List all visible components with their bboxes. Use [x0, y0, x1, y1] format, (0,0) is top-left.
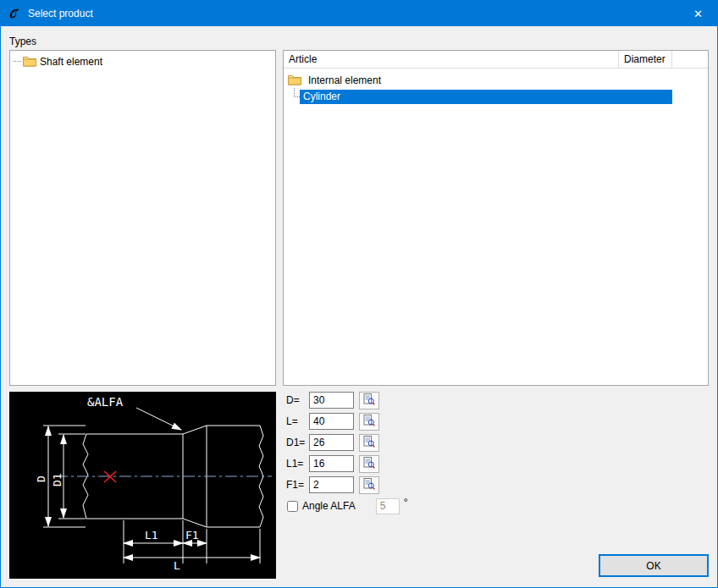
column-header-diameter[interactable]: Diameter — [618, 51, 672, 68]
tree-connector — [294, 88, 300, 97]
types-tree-panel: Shaft element — [9, 50, 276, 386]
field-label-l1: L1= — [286, 458, 309, 470]
table-lookup-icon — [363, 457, 375, 471]
window-title: Select product — [28, 8, 93, 19]
titlebar[interactable]: Select product ✕ — [1, 1, 717, 26]
list-item-label: Internal element — [308, 74, 381, 86]
pick-button-l1[interactable] — [359, 455, 379, 473]
field-input-d[interactable] — [309, 392, 354, 409]
list-item-internal-element[interactable]: Internal element — [284, 73, 708, 87]
field-input-f1[interactable] — [309, 476, 354, 493]
list-item-cylinder[interactable]: Cylinder — [284, 88, 708, 104]
table-lookup-icon — [363, 415, 375, 429]
folder-icon — [23, 56, 36, 67]
field-label-f1: F1= — [286, 479, 309, 491]
field-input-l[interactable] — [309, 413, 354, 430]
angle-alfa-row: Angle ALFA ° — [286, 497, 489, 514]
preview-label-l1: L1 — [145, 529, 158, 541]
app-icon — [8, 7, 21, 20]
field-row-d1: D1= — [286, 434, 489, 451]
preview-image: &ALFA D D1 L1 F1 L — [9, 392, 276, 579]
selected-list-item[interactable]: Cylinder — [300, 90, 672, 104]
field-input-d1[interactable] — [309, 434, 354, 451]
column-header-article[interactable]: Article — [284, 51, 618, 68]
angle-value-input — [376, 498, 400, 514]
pick-button-l[interactable] — [359, 413, 379, 431]
table-lookup-icon — [363, 436, 375, 450]
article-list-panel: Article Diameter Internal element Cylind… — [283, 50, 709, 386]
tree-connector — [14, 61, 21, 62]
table-lookup-icon — [363, 478, 375, 492]
field-label-d: D= — [286, 394, 309, 406]
types-label: Types — [9, 36, 36, 47]
column-header-filler — [672, 51, 708, 68]
pick-button-f1[interactable] — [359, 476, 379, 494]
table-lookup-icon — [363, 393, 375, 408]
field-row-f1: F1= — [286, 476, 489, 493]
close-button[interactable]: ✕ — [679, 1, 717, 26]
close-icon: ✕ — [693, 8, 703, 20]
angle-alfa-checkbox[interactable] — [287, 501, 298, 512]
article-list-body: Internal element Cylinder — [284, 69, 708, 104]
ok-button[interactable]: OK — [599, 554, 709, 577]
angle-alfa-label: Angle ALFA — [302, 500, 356, 512]
pick-button-d[interactable] — [359, 392, 379, 409]
tree-item-shaft-element[interactable]: Shaft element — [10, 54, 275, 69]
degree-symbol: ° — [404, 497, 408, 508]
preview-label-d1: D1 — [51, 473, 64, 486]
preview-label-f1: F1 — [185, 529, 199, 541]
preview-label-l: L — [174, 559, 180, 572]
field-input-l1[interactable] — [309, 455, 354, 472]
dimension-form: D= L= — [286, 392, 489, 514]
field-label-d1: D1= — [286, 437, 309, 448]
field-row-d: D= — [286, 392, 489, 409]
folder-icon — [288, 74, 301, 85]
preview-label-d: D — [35, 475, 47, 482]
pick-button-d1[interactable] — [359, 434, 379, 452]
tree-item-label: Shaft element — [40, 56, 102, 68]
field-row-l1: L1= — [286, 455, 489, 472]
list-header: Article Diameter — [284, 51, 708, 69]
field-label-l: L= — [286, 415, 309, 427]
preview-drawing: &ALFA D D1 L1 F1 L — [9, 392, 276, 579]
select-product-dialog: Select product ✕ Types Shaft element Art… — [0, 0, 718, 588]
field-row-l: L= — [286, 413, 489, 430]
alfa-leader-arrow — [136, 408, 181, 430]
preview-label-alfa: &ALFA — [87, 395, 124, 409]
